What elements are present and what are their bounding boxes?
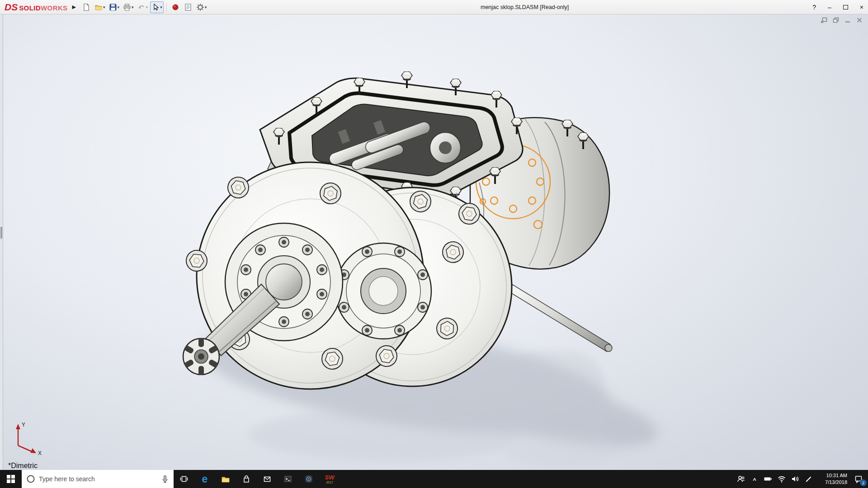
console-icon — [283, 474, 292, 483]
clock[interactable]: 10:31 AM 7/13/2018 — [816, 470, 849, 488]
taskbar-search[interactable] — [22, 470, 174, 488]
store-button[interactable] — [236, 470, 257, 488]
options-button[interactable]: ▾ — [195, 1, 208, 13]
media-app-icon — [304, 474, 313, 483]
logo-ds-icon: DS — [5, 2, 18, 13]
options-gear-icon — [196, 3, 204, 11]
pen-icon — [804, 474, 813, 483]
open-caret-icon[interactable]: ▾ — [103, 5, 105, 9]
print-button[interactable]: ▾ — [122, 1, 135, 13]
document-window-controls — [821, 17, 863, 23]
right-flange[interactable] — [335, 243, 431, 339]
people-icon — [736, 474, 745, 483]
tray-date: 7/13/2018 — [825, 479, 847, 486]
file-explorer-icon — [221, 474, 230, 483]
output-shaft[interactable] — [509, 285, 612, 352]
triad-y-label: Y — [22, 422, 25, 428]
close-window-icon[interactable] — [856, 17, 863, 23]
open-button[interactable]: ▾ — [93, 1, 107, 13]
logo-solid-text: SOLID — [19, 4, 41, 12]
undo-button[interactable]: ▾ — [136, 1, 150, 13]
select-caret-icon[interactable]: ▾ — [160, 5, 162, 9]
notification-badge: 2 — [860, 479, 867, 486]
record-macro-icon — [171, 3, 179, 11]
microphone-icon[interactable] — [161, 475, 169, 483]
spline-end — [183, 338, 219, 375]
view-orientation-label: *Dimetric — [8, 462, 38, 470]
action-center-button[interactable]: 2 — [849, 470, 868, 488]
wifi-icon — [777, 474, 786, 483]
print-icon — [123, 3, 131, 11]
window-controls: ? – × — [812, 0, 863, 14]
select-tool-button[interactable]: ▾ — [150, 1, 164, 13]
gearbox-assembly-model[interactable] — [0, 14, 868, 470]
toolbar-separator — [166, 3, 167, 12]
tray-time: 10:31 AM — [826, 472, 847, 479]
battery-icon — [764, 474, 773, 483]
volume-button[interactable] — [788, 470, 802, 488]
network-button[interactable] — [775, 470, 788, 488]
document-title: menjac sklop.SLDASM [Read-only] — [481, 0, 569, 14]
main-toolbar: ▾ ▾ ▾ ▾ — [80, 1, 208, 13]
store-icon — [242, 474, 251, 483]
task-view-icon — [179, 474, 189, 483]
pen-button[interactable] — [802, 470, 816, 488]
mail-button[interactable] — [257, 470, 278, 488]
console-button[interactable] — [278, 470, 298, 488]
minimize-window-icon[interactable] — [844, 17, 851, 23]
task-view-button[interactable] — [174, 470, 194, 488]
titlebar: DSSOLIDWORKS ▶ ▾ ▾ — [0, 0, 868, 14]
document-properties-icon — [184, 3, 192, 11]
start-icon — [7, 475, 15, 483]
select-cursor-icon — [151, 3, 160, 11]
system-tray: ^ — [734, 470, 868, 488]
windows-taskbar: e SW 2017 — [0, 470, 868, 488]
solidworks-logo: DSSOLIDWORKS — [0, 2, 71, 13]
solidworks-app-icon: SW — [325, 474, 335, 480]
battery-button[interactable] — [761, 470, 775, 488]
document-properties-button[interactable] — [182, 1, 194, 13]
save-button[interactable]: ▾ — [108, 1, 121, 13]
save-caret-icon[interactable]: ▾ — [118, 5, 120, 9]
menu-expand-arrow-icon[interactable]: ▶ — [72, 4, 76, 10]
edge-icon: e — [202, 474, 208, 484]
cortana-icon — [26, 474, 35, 483]
file-explorer-button[interactable] — [215, 470, 236, 488]
open-icon — [94, 3, 103, 11]
logo-works-text: WORKS — [41, 4, 68, 12]
tray-overflow-button[interactable]: ^ — [748, 470, 761, 488]
media-app-button[interactable] — [298, 470, 319, 488]
minimize-button[interactable]: – — [828, 4, 831, 10]
search-input[interactable] — [39, 475, 161, 483]
start-button[interactable] — [0, 470, 22, 488]
undo-icon — [137, 3, 146, 11]
options-caret-icon[interactable]: ▾ — [205, 5, 207, 9]
solidworks-app-button[interactable]: SW 2017 — [319, 470, 340, 488]
solidworks-app-year: 2017 — [326, 481, 333, 484]
orientation-triad: Y X — [11, 420, 47, 455]
save-icon — [109, 3, 117, 11]
float-window-icon[interactable] — [821, 17, 827, 23]
restore-window-icon[interactable] — [833, 17, 839, 23]
chevron-up-icon: ^ — [753, 477, 756, 483]
help-button[interactable]: ? — [812, 4, 816, 10]
edge-button[interactable]: e — [194, 470, 215, 488]
new-document-icon — [82, 3, 90, 11]
graphics-viewport[interactable]: Y X *Dimetric — [0, 14, 868, 470]
volume-icon — [791, 474, 800, 483]
record-macro-button[interactable] — [170, 1, 181, 13]
mail-icon — [263, 474, 272, 483]
people-button[interactable] — [734, 470, 748, 488]
close-button[interactable]: × — [860, 4, 863, 10]
undo-caret-icon[interactable]: ▾ — [146, 5, 148, 9]
triad-x-label: X — [38, 450, 42, 455]
maximize-button[interactable] — [843, 5, 848, 9]
new-document-button[interactable] — [80, 1, 92, 13]
print-caret-icon[interactable]: ▾ — [132, 5, 134, 9]
